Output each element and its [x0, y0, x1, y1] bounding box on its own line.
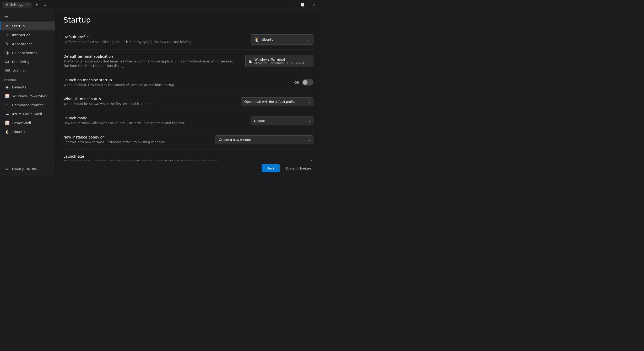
- launch-size-expand-button[interactable]: ⌄: [310, 156, 313, 161]
- settings-tab[interactable]: ⚙ Settings ✕: [2, 2, 32, 8]
- sidebar-item-label: Command Prompt: [12, 103, 43, 107]
- powershell-icon: 🪟: [5, 120, 10, 125]
- sidebar-item-open-json[interactable]: ⚙ Open JSON file: [0, 164, 55, 173]
- sidebar-item-label: Rendering: [12, 60, 29, 64]
- interaction-icon: ☞: [5, 33, 9, 37]
- setting-row-launch-size: Launch size The number of rows and colum…: [63, 150, 313, 161]
- profiles-section-label: Profiles: [0, 75, 55, 83]
- gear-icon: ⚙: [5, 3, 8, 7]
- when-terminal-starts-dropdown-wrapper: Open a tab with the default profileOpen …: [241, 97, 313, 106]
- when-terminal-starts-select[interactable]: Open a tab with the default profileOpen …: [241, 97, 313, 106]
- sidebar-item-label: Defaults: [12, 85, 26, 89]
- tab-dropdown-button[interactable]: ⌄: [42, 2, 48, 8]
- launch-startup-title: Launch on machine startup: [63, 78, 244, 82]
- save-button[interactable]: Save: [262, 164, 280, 172]
- when-terminal-starts-desc: What should be shown when the first term…: [63, 102, 235, 106]
- dropdown-caret-icon: ⌄: [307, 38, 310, 41]
- new-instance-behavior-select[interactable]: Create a new windowAttach to the most re…: [215, 135, 313, 144]
- new-tab-button[interactable]: +: [34, 2, 39, 8]
- default-profile-title: Default profile: [63, 35, 244, 39]
- setting-row-launch-startup: Launch on machine startup When enabled, …: [63, 73, 313, 92]
- profile-items: ◈Defaults🪟Windows PowerShell▫Command Pro…: [0, 83, 55, 136]
- setting-row-new-instance-behavior: New instance behavior Controls how new t…: [63, 130, 313, 150]
- maximize-button[interactable]: ⬜: [296, 1, 309, 8]
- wt-sub: Microsoft Corporation 1.15.3466.0: [254, 61, 304, 65]
- ubuntu-icon: 🐧: [5, 129, 10, 134]
- discard-button[interactable]: Discard changes: [282, 164, 316, 172]
- sidebar-item-label: Actions: [13, 69, 26, 73]
- wt-caret-icon: ⌄: [308, 59, 311, 63]
- sidebar-item-rendering[interactable]: ▭Rendering: [0, 57, 55, 66]
- settings-list: Default profile Profile that opens when …: [63, 30, 313, 161]
- default-terminal-dropdown[interactable]: ⊞ Windows Terminal Microsoft Corporation…: [245, 55, 313, 67]
- when-terminal-starts-control: Open a tab with the default profileOpen …: [241, 97, 313, 106]
- sidebar-item-label: Azure Cloud Shell: [12, 112, 42, 116]
- sidebar-item-label: Color schemes: [12, 51, 37, 55]
- sidebar-item-command-prompt[interactable]: ▫Command Prompt: [0, 100, 55, 109]
- main-area: Startup Default profile Profile that ope…: [55, 9, 322, 176]
- sidebar-header: ☰: [0, 12, 55, 22]
- default-profile-dropdown[interactable]: 🐧 Ubuntu ⌄: [251, 34, 313, 45]
- page-title: Startup: [63, 16, 313, 24]
- new-instance-behavior-desc: Controls how new terminal instances atta…: [63, 140, 209, 145]
- launch-mode-title: Launch mode: [63, 116, 244, 120]
- new-instance-behavior-info: New instance behavior Controls how new t…: [63, 135, 215, 145]
- sidebar-item-label: Ubuntu: [12, 130, 25, 134]
- titlebar: ⚙ Settings ✕ + ⌄ — ⬜ ✕: [0, 0, 322, 9]
- default-profile-desc: Profile that opens when clicking the '+'…: [63, 40, 244, 44]
- main-scroll: Startup Default profile Profile that ope…: [55, 9, 322, 161]
- when-terminal-starts-title: When Terminal starts: [63, 97, 235, 101]
- launch-mode-select[interactable]: DefaultMaximizedFull screenFocusMaximize…: [251, 116, 313, 125]
- minimize-button[interactable]: —: [285, 1, 296, 8]
- startup-icon: ⌂: [5, 24, 9, 28]
- setting-row-when-terminal-starts: When Terminal starts What should be show…: [63, 92, 313, 111]
- launch-mode-dropdown-wrapper: DefaultMaximizedFull screenFocusMaximize…: [251, 116, 313, 125]
- default-profile-info: Default profile Profile that opens when …: [63, 35, 251, 44]
- toggle-wrapper: Off: [294, 79, 313, 86]
- sidebar-item-defaults[interactable]: ◈Defaults: [0, 83, 55, 92]
- sidebar-item-windows-powershell[interactable]: 🪟Windows PowerShell: [0, 92, 55, 100]
- open-json-label: Open JSON file: [12, 167, 37, 171]
- tab-label: Settings: [10, 3, 23, 7]
- launch-mode-control: DefaultMaximizedFull screenFocusMaximize…: [251, 116, 313, 125]
- new-instance-behavior-dropdown-wrapper: Create a new windowAttach to the most re…: [215, 135, 313, 144]
- default-profile-control: 🐧 Ubuntu ⌄: [251, 34, 313, 45]
- close-tab-icon[interactable]: ✕: [26, 3, 29, 6]
- sidebar-item-interaction[interactable]: ☞Interaction: [0, 30, 55, 39]
- new-instance-behavior-title: New instance behavior: [63, 135, 209, 139]
- launch-startup-desc: When enabled, this enables the launch of…: [63, 83, 244, 87]
- sidebar-item-label: PowerShell: [12, 121, 31, 125]
- actions-icon: ⌨: [5, 68, 10, 73]
- rendering-icon: ▭: [5, 59, 9, 64]
- hamburger-button[interactable]: ☰: [3, 13, 9, 20]
- default-terminal-control: ⊞ Windows Terminal Microsoft Corporation…: [245, 55, 313, 67]
- azure-cloud-shell-icon: ☁: [5, 111, 9, 116]
- launch-size-title: Launch size: [63, 154, 303, 158]
- defaults-icon: ◈: [5, 85, 9, 89]
- sidebar-item-startup[interactable]: ⌂Startup: [0, 22, 55, 30]
- sidebar-item-azure-cloud-shell[interactable]: ☁Azure Cloud Shell: [0, 109, 55, 118]
- when-terminal-starts-info: When Terminal starts What should be show…: [63, 97, 241, 106]
- windows-powershell-icon: 🪟: [5, 94, 10, 98]
- launch-startup-control: Off: [251, 79, 313, 86]
- ubuntu-icon: 🐧: [254, 37, 260, 42]
- new-instance-behavior-control: Create a new windowAttach to the most re…: [215, 135, 313, 144]
- sidebar-item-appearance[interactable]: ✎Appearance: [0, 39, 55, 48]
- launch-mode-desc: How the terminal will appear on launch. …: [63, 121, 244, 125]
- sidebar-item-powershell[interactable]: 🪟PowerShell: [0, 118, 55, 127]
- sidebar-item-actions[interactable]: ⌨Actions: [0, 66, 55, 75]
- sidebar-item-label: Appearance: [12, 42, 33, 46]
- default-terminal-info: Default terminal application The termina…: [63, 54, 245, 68]
- default-terminal-title: Default terminal application: [63, 54, 239, 58]
- sidebar-item-color-schemes[interactable]: ◑Color schemes: [0, 48, 55, 57]
- launch-mode-info: Launch mode How the terminal will appear…: [63, 116, 251, 125]
- close-button[interactable]: ✕: [309, 1, 320, 8]
- window-controls: — ⬜ ✕: [285, 1, 320, 8]
- launch-startup-toggle[interactable]: [302, 79, 313, 86]
- sidebar-item-label: Startup: [12, 24, 25, 28]
- json-icon: ⚙: [5, 167, 9, 171]
- wt-dropdown-wrapper: ⊞ Windows Terminal Microsoft Corporation…: [245, 55, 313, 67]
- sidebar-item-ubuntu[interactable]: 🐧Ubuntu: [0, 127, 55, 136]
- setting-row-default-terminal: Default terminal application The termina…: [63, 50, 313, 73]
- setting-row-launch-mode: Launch mode How the terminal will appear…: [63, 111, 313, 130]
